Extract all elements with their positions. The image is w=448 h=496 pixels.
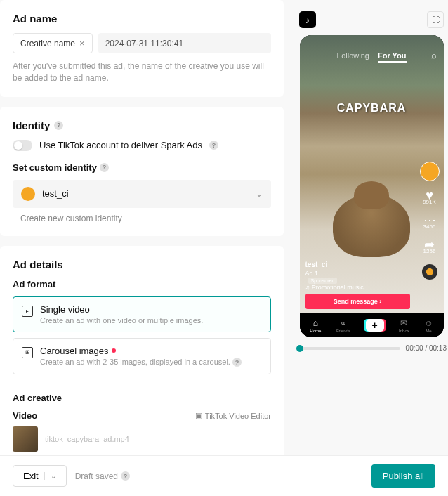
plus-icon: + (13, 214, 18, 223)
format-title: Single video (40, 304, 203, 315)
time-current: 00:00 (406, 344, 423, 352)
ad-name-title: Ad name (13, 13, 271, 25)
music-disc-icon[interactable] (422, 264, 437, 280)
tiktok-logo-icon: ♪ (299, 11, 316, 28)
publish-all-button[interactable]: Publish all (371, 464, 435, 488)
tab-following[interactable]: Following (336, 51, 369, 63)
video-editor-link[interactable]: ▣ TikTok Video Editor (195, 411, 271, 420)
sponsored-badge: Sponsored (308, 278, 338, 284)
format-title: Carousel images (40, 346, 109, 356)
preview-panel: ♪ ⛶ 8:00 ••ıl ᯤ ▮ Following For You ⌕ CA… (295, 0, 448, 464)
close-icon[interactable]: × (79, 38, 85, 48)
friends-icon: ⚭ (340, 318, 347, 328)
info-icon[interactable]: ? (121, 471, 130, 481)
phone-preview: 8:00 ••ıl ᯤ ▮ Following For You ⌕ CAPYBA… (300, 35, 444, 337)
identity-selected-value: test_ci (42, 188, 249, 199)
exit-label: Exit (23, 471, 39, 481)
comment-count: 3456 (423, 223, 436, 230)
chevron-down-icon[interactable]: ⌄ (44, 472, 56, 480)
fullscreen-button[interactable]: ⛶ (427, 11, 444, 28)
scrubber-handle-icon[interactable] (296, 345, 303, 352)
creative-name-chip[interactable]: Creative name × (13, 33, 93, 53)
chevron-down-icon: ⌄ (256, 189, 263, 199)
new-badge-icon (112, 348, 116, 353)
editor-icon: ▣ (195, 411, 202, 420)
video-meta: test_ci Ad 1 Sponsored ♫ Promotional mus… (305, 261, 410, 309)
music-label: ♫ Promotional music (305, 284, 410, 291)
nav-me[interactable]: ☺Me (424, 318, 433, 333)
identity-title: Identity (13, 119, 50, 131)
info-icon[interactable]: ? (54, 121, 63, 130)
format-single-video[interactable]: ▸ Single video Create an ad with one vid… (13, 296, 271, 332)
timeline-scrubber[interactable]: 00:00 / 00:13 (295, 337, 448, 352)
video-icon: ▸ (22, 306, 33, 317)
tab-for-you[interactable]: For You (378, 51, 407, 63)
video-file-row[interactable]: tiktok_capybara_ad.mp4 (13, 426, 271, 452)
carousel-icon: ⊞ (22, 347, 33, 358)
time-total: 00:13 (429, 344, 447, 352)
spark-toggle-label: Use TikTok account to deliver Spark Ads (39, 140, 202, 150)
custom-identity-label: Set custom identity (13, 162, 97, 173)
home-icon: ⌂ (313, 318, 318, 328)
nav-create-button[interactable]: + (366, 319, 384, 332)
date-value: 2024-07-31 11:30:41 (105, 39, 183, 48)
info-icon[interactable]: ? (209, 141, 218, 150)
bottom-nav: ⌂Home ⚭Friends + ✉Inbox ☺Me (300, 313, 444, 337)
ad-name-helper: After you've submitted this ad, the name… (13, 60, 271, 84)
ad-details-section: Ad details Ad format ▸ Single video Crea… (0, 246, 284, 464)
footer-bar: Exit ⌄ Draft saved ? Publish all (0, 455, 448, 496)
info-icon[interactable]: ? (232, 358, 242, 367)
engagement-rail: ♥ 991K ⋯ 3456 ➦ 1256 (420, 162, 440, 280)
editor-label: TikTok Video Editor (205, 412, 271, 420)
ad-name-date-field[interactable]: 2024-07-31 11:30:41 (98, 33, 271, 53)
nav-friends[interactable]: ⚭Friends (336, 318, 350, 333)
format-desc: Create an ad with one video or multiple … (40, 316, 203, 325)
avatar (21, 187, 35, 201)
capybara-image (333, 194, 410, 257)
ad-creative-label: Ad creative (13, 393, 271, 403)
profile-avatar[interactable] (420, 162, 440, 181)
video-label: Video (13, 410, 37, 421)
share-count: 1256 (423, 248, 436, 254)
creative-chip-label: Creative name (20, 39, 75, 48)
ad-format-label: Ad format (13, 279, 271, 289)
preview-username: test_ci (305, 261, 410, 268)
identity-section: Identity ? Use TikTok account to deliver… (0, 107, 284, 236)
search-icon[interactable]: ⌕ (431, 50, 437, 60)
inbox-icon: ✉ (400, 318, 407, 328)
draft-saved-label: Draft saved (75, 471, 118, 481)
exit-button[interactable]: Exit ⌄ (13, 465, 67, 487)
format-desc: Create an ad with 2-35 images, displayed… (40, 358, 230, 366)
like-count: 991K (423, 199, 436, 205)
spark-ads-toggle[interactable] (13, 140, 32, 151)
info-icon[interactable]: ? (100, 163, 109, 172)
cta-button[interactable]: Send message › (305, 294, 410, 309)
ad-label: Ad 1 (305, 270, 319, 277)
profile-icon: ☺ (424, 318, 433, 328)
nav-inbox[interactable]: ✉Inbox (399, 318, 409, 333)
video-file-name: tiktok_capybara_ad.mp4 (45, 435, 129, 443)
create-identity-link[interactable]: + Create new custom identity (13, 214, 271, 223)
create-identity-label: Create new custom identity (20, 214, 122, 223)
format-carousel-images[interactable]: ⊞ Carousel images Create an ad with 2-35… (13, 338, 271, 375)
video-thumbnail (13, 426, 38, 452)
video-overlay-text: CAPYBARA (337, 102, 407, 115)
custom-identity-select[interactable]: test_ci ⌄ (13, 180, 271, 208)
nav-home[interactable]: ⌂Home (310, 318, 321, 333)
ad-name-section: Ad name Creative name × 2024-07-31 11:30… (0, 0, 284, 97)
ad-details-title: Ad details (13, 259, 271, 270)
